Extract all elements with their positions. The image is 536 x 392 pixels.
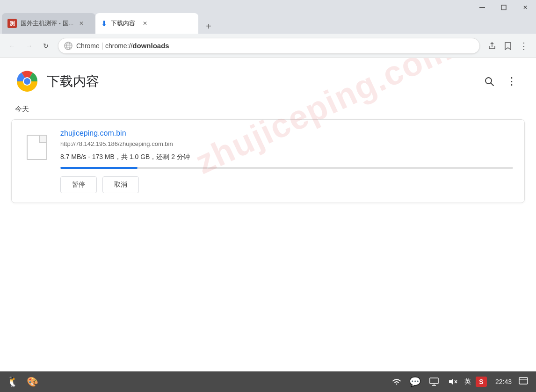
taskbar: 🐧 🎨 💬 xyxy=(0,371,536,392)
svg-rect-19 xyxy=(519,377,528,384)
chrome-logo xyxy=(15,69,39,94)
file-icon-wrap xyxy=(23,131,51,164)
notification-icon[interactable] xyxy=(516,375,530,389)
download-status: 8.7 MB/s - 173 MB，共 1.0 GB，还剩 2 分钟 xyxy=(60,153,513,161)
downloads-header: 下载内容 ⋮ xyxy=(0,58,536,101)
toolbar: ← → ↻ Chrome | chrome://downloads xyxy=(0,34,536,58)
tab-active-close[interactable]: ✕ xyxy=(141,19,149,28)
file-icon xyxy=(27,135,47,160)
tab-active[interactable]: ⬇ 下载内容 ✕ xyxy=(95,13,198,34)
chrome-menu-button[interactable]: ⋮ xyxy=(516,38,531,53)
forward-button[interactable]: → xyxy=(22,38,36,53)
volume-icon[interactable] xyxy=(446,375,460,389)
taskbar-time: 22:43 xyxy=(495,378,512,385)
page-content: zhujiceping.com 下载内容 ⋮ xyxy=(0,58,536,371)
svg-rect-0 xyxy=(479,7,485,8)
address-favicon xyxy=(64,42,72,50)
pause-button[interactable]: 暂停 xyxy=(60,176,97,193)
svg-marker-16 xyxy=(449,378,453,385)
svg-line-12 xyxy=(491,83,493,86)
cancel-button[interactable]: 取消 xyxy=(102,176,139,193)
address-url: chrome://downloads xyxy=(105,42,169,50)
title-bar: 测 国外主机测评 - 国... ✕ ⬇ 下载内容 ✕ + ✕ xyxy=(0,0,536,34)
tab-active-title: 下载内容 xyxy=(111,19,135,28)
toolbar-right: ⋮ xyxy=(485,38,531,53)
download-actions: 暂停 取消 xyxy=(60,176,513,193)
minimize-button[interactable] xyxy=(471,0,493,15)
wechat-icon[interactable]: 💬 xyxy=(408,375,422,389)
bookmark-button[interactable] xyxy=(500,38,515,53)
wifi-icon[interactable] xyxy=(390,375,404,389)
system-tray: 💬 英 S 22:43 xyxy=(390,375,530,389)
svg-rect-13 xyxy=(430,378,438,384)
new-tab-button[interactable]: + xyxy=(201,19,216,34)
downloads-menu-button[interactable]: ⋮ xyxy=(502,72,521,91)
tab-inactive-title: 国外主机测评 - 国... xyxy=(21,19,73,28)
maximize-button[interactable] xyxy=(493,0,514,15)
back-button[interactable]: ← xyxy=(5,38,20,53)
progress-bar-fill xyxy=(60,167,138,169)
downloads-header-icons: ⋮ xyxy=(480,72,521,91)
download-filename[interactable]: zhujiceping.com.bin xyxy=(60,129,513,138)
progress-bar-container xyxy=(60,167,513,169)
language-indicator[interactable]: 英 xyxy=(464,377,471,386)
download-url: http://78.142.195.186/zhujiceping.com.bi… xyxy=(60,140,513,147)
search-button[interactable] xyxy=(480,72,499,91)
refresh-button[interactable]: ↻ xyxy=(38,38,53,53)
taskbar-color-icon[interactable]: 🎨 xyxy=(25,375,39,389)
svg-rect-1 xyxy=(501,5,506,10)
address-text: Chrome | chrome://downloads xyxy=(76,42,169,50)
tab-inactive-close[interactable]: ✕ xyxy=(77,19,86,28)
monitor-icon[interactable] xyxy=(427,375,441,389)
section-today-label: 今天 xyxy=(0,101,536,119)
tab-inactive-favicon: 测 xyxy=(7,19,17,28)
svg-point-10 xyxy=(24,78,30,85)
taskbar-penguin-icon[interactable]: 🐧 xyxy=(6,375,20,389)
address-separator: | xyxy=(101,42,103,50)
download-card: zhujiceping.com.bin http://78.142.195.18… xyxy=(11,119,525,203)
page-title: 下载内容 xyxy=(47,73,472,90)
close-button[interactable]: ✕ xyxy=(514,0,536,15)
share-button[interactable] xyxy=(485,38,500,53)
ime-button[interactable]: S xyxy=(476,377,487,387)
tab-inactive[interactable]: 测 国外主机测评 - 国... ✕ xyxy=(2,13,95,34)
download-info: zhujiceping.com.bin http://78.142.195.18… xyxy=(60,129,513,193)
address-bar[interactable]: Chrome | chrome://downloads xyxy=(58,38,480,54)
window-controls: ✕ xyxy=(471,0,536,15)
address-chrome-label: Chrome xyxy=(76,42,100,50)
tab-download-icon: ⬇ xyxy=(101,19,107,28)
